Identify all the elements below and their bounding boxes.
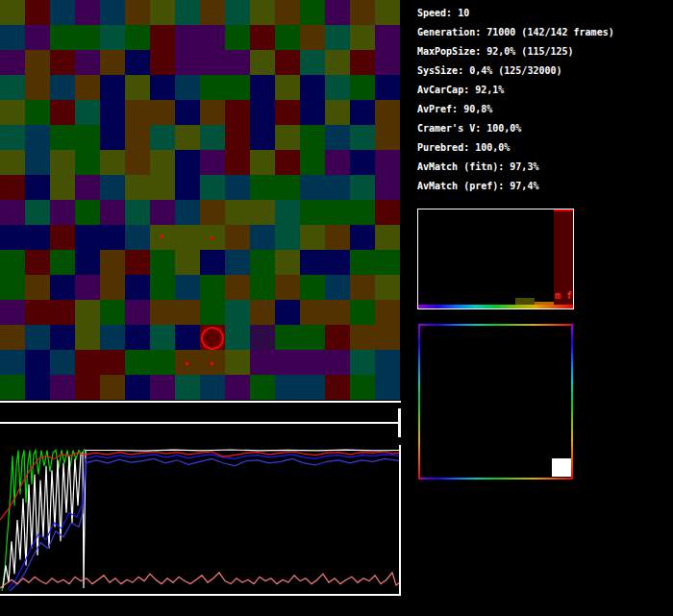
grid-cell[interactable]: [50, 325, 75, 350]
grid-cell[interactable]: [100, 50, 125, 75]
grid-cell[interactable]: [325, 75, 350, 100]
grid-cell[interactable]: [75, 25, 100, 50]
grid-cell[interactable]: [200, 0, 225, 25]
grid-cell[interactable]: [200, 125, 225, 150]
grid-cell[interactable]: [200, 200, 225, 225]
grid-cell[interactable]: [25, 75, 50, 100]
grid-cell[interactable]: [350, 350, 375, 375]
grid-cell[interactable]: [200, 150, 225, 175]
grid-cell[interactable]: [375, 225, 400, 250]
grid-cell[interactable]: [0, 100, 25, 125]
grid-cell[interactable]: [50, 375, 75, 400]
grid-cell[interactable]: [250, 0, 275, 25]
grid-cell[interactable]: [50, 50, 75, 75]
grid-cell[interactable]: [325, 125, 350, 150]
grid-cell[interactable]: [100, 125, 125, 150]
grid-cell[interactable]: [225, 150, 250, 175]
grid-cell[interactable]: [350, 50, 375, 75]
grid-cell[interactable]: [25, 25, 50, 50]
grid-cell[interactable]: [150, 175, 175, 200]
grid-cell[interactable]: [200, 50, 225, 75]
grid-cell[interactable]: [75, 200, 100, 225]
grid-cell[interactable]: [50, 225, 75, 250]
grid-cell[interactable]: [175, 75, 200, 100]
grid-cell[interactable]: [375, 275, 400, 300]
grid-cell[interactable]: [50, 350, 75, 375]
grid-cell[interactable]: [225, 225, 250, 250]
grid-cell[interactable]: [150, 325, 175, 350]
grid-cell[interactable]: [0, 150, 25, 175]
grid-cell[interactable]: [125, 225, 150, 250]
grid-cell[interactable]: [350, 200, 375, 225]
grid-cell[interactable]: [200, 25, 225, 50]
grid-cell[interactable]: [75, 325, 100, 350]
grid-cell[interactable]: [25, 175, 50, 200]
grid-cell[interactable]: [225, 350, 250, 375]
grid-cell[interactable]: [275, 300, 300, 325]
grid-cell[interactable]: [75, 225, 100, 250]
grid-cell[interactable]: [50, 275, 75, 300]
grid-cell[interactable]: [225, 175, 250, 200]
grid-cell[interactable]: [50, 75, 75, 100]
grid-cell[interactable]: [275, 100, 300, 125]
grid-cell[interactable]: [325, 50, 350, 75]
grid-cell[interactable]: [275, 275, 300, 300]
grid-cell[interactable]: [250, 200, 275, 225]
grid-cell[interactable]: [25, 350, 50, 375]
grid-cell[interactable]: [175, 275, 200, 300]
grid-cell[interactable]: [75, 150, 100, 175]
grid-cell[interactable]: [225, 275, 250, 300]
grid-cell[interactable]: [150, 150, 175, 175]
grid-cell[interactable]: [0, 200, 25, 225]
grid-cell[interactable]: [300, 225, 325, 250]
grid-cell[interactable]: [300, 75, 325, 100]
grid-cell[interactable]: [200, 300, 225, 325]
grid-cell[interactable]: [325, 200, 350, 225]
grid-cell[interactable]: [175, 375, 200, 400]
grid-cell[interactable]: [375, 75, 400, 100]
grid-cell[interactable]: [75, 275, 100, 300]
grid-cell[interactable]: [225, 375, 250, 400]
grid-cell[interactable]: [200, 175, 225, 200]
grid-cell[interactable]: [300, 175, 325, 200]
grid-cell[interactable]: [300, 300, 325, 325]
grid-cell[interactable]: [150, 200, 175, 225]
grid-cell[interactable]: [350, 375, 375, 400]
grid-cell[interactable]: [50, 0, 75, 25]
grid-cell[interactable]: [200, 250, 225, 275]
grid-cell[interactable]: [250, 150, 275, 175]
grid-cell[interactable]: [50, 200, 75, 225]
grid-cell[interactable]: [275, 225, 300, 250]
grid-cell[interactable]: [250, 275, 275, 300]
grid-cell[interactable]: [25, 200, 50, 225]
grid-cell[interactable]: [275, 325, 300, 350]
grid-cell[interactable]: [175, 325, 200, 350]
grid-cell[interactable]: [325, 100, 350, 125]
grid-cell[interactable]: [375, 250, 400, 275]
grid-cell[interactable]: [25, 250, 50, 275]
grid-cell[interactable]: [100, 275, 125, 300]
grid-cell[interactable]: [300, 250, 325, 275]
grid-cell[interactable]: [175, 100, 200, 125]
grid-cell[interactable]: [225, 50, 250, 75]
grid-cell[interactable]: [0, 175, 25, 200]
grid-cell[interactable]: [25, 375, 50, 400]
grid-cell[interactable]: [75, 50, 100, 75]
grid-cell[interactable]: [375, 200, 400, 225]
grid-cell[interactable]: [50, 25, 75, 50]
grid-cell[interactable]: [125, 125, 150, 150]
grid-cell[interactable]: [100, 150, 125, 175]
grid-cell[interactable]: [275, 50, 300, 75]
grid-cell[interactable]: [150, 0, 175, 25]
grid-cell[interactable]: [75, 125, 100, 150]
grid-cell[interactable]: [300, 50, 325, 75]
grid-cell[interactable]: [300, 25, 325, 50]
grid-cell[interactable]: [25, 50, 50, 75]
grid-cell[interactable]: [25, 225, 50, 250]
grid-cell[interactable]: [175, 175, 200, 200]
grid-cell[interactable]: [25, 125, 50, 150]
grid-cell[interactable]: [125, 75, 150, 100]
grid-cell[interactable]: [325, 250, 350, 275]
grid-cell[interactable]: [25, 150, 50, 175]
grid-cell[interactable]: [250, 350, 275, 375]
